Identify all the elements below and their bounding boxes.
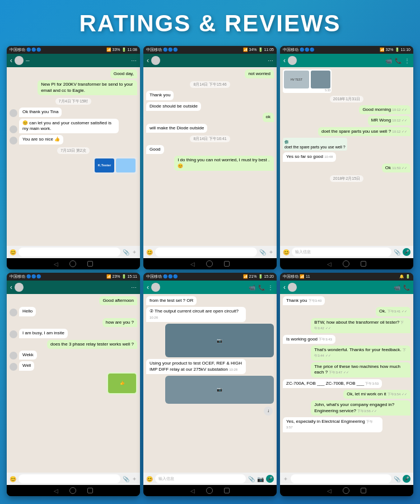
- camera-icon5[interactable]: 📷: [257, 476, 264, 482]
- back-nav2[interactable]: ◁: [190, 261, 195, 267]
- home-nav4[interactable]: [69, 487, 76, 494]
- emoji-icon5[interactable]: 😊: [146, 476, 153, 482]
- phone2-header: ‹ ⋯: [143, 54, 277, 67]
- plus-icon6[interactable]: ＋: [283, 475, 288, 483]
- home-nav3[interactable]: [343, 260, 349, 267]
- msg-wonderful: That's wonderful. Thanks for your feedba…: [311, 346, 410, 361]
- msg-nice: You are so nice 👍: [19, 135, 63, 144]
- phone1-status-bar: 中国移动 🔵🔵🔵 📶 33% 🔋 11:08: [7, 46, 140, 54]
- back-icon4[interactable]: ‹: [10, 283, 12, 291]
- home-nav6[interactable]: [343, 487, 349, 494]
- phone2-chat: not worried 8月14日 下午15:46 Thank you Diod…: [143, 67, 277, 246]
- phone2-input[interactable]: [155, 248, 257, 256]
- phone2-nav: ◁: [143, 258, 277, 269]
- attach-icon[interactable]: 📎: [123, 249, 129, 255]
- msg-ok-tina: Ok thank you Tina: [19, 108, 62, 116]
- more-icon4[interactable]: ⋯: [131, 284, 137, 291]
- recent-nav3[interactable]: [361, 261, 366, 267]
- emoji-icon3[interactable]: 😊: [283, 249, 290, 255]
- phone6-input[interactable]: [291, 474, 391, 483]
- phone4-chat: Good afternoon Hello how are you ? I am …: [7, 294, 140, 473]
- avatar-p4-3: [10, 352, 17, 360]
- msg-row-well: Well: [10, 361, 137, 370]
- home-nav5[interactable]: [206, 487, 213, 494]
- more-icon3[interactable]: ⋮: [404, 58, 410, 64]
- emoji-icon2[interactable]: 😊: [146, 249, 153, 255]
- attach-icon3[interactable]: 📎: [394, 249, 400, 255]
- phone5-nav: ◁: [143, 485, 277, 496]
- msg-using-product: Using your product to test OCEF, REF & H…: [146, 359, 246, 374]
- phone5-contact: ‹: [147, 283, 160, 292]
- back-nav3[interactable]: ◁: [327, 261, 332, 267]
- phone3-input-bar: 😊 输入信息 📎 🎤: [280, 246, 413, 258]
- back-icon6[interactable]: ‹: [283, 283, 286, 291]
- video-icon5[interactable]: 📹: [249, 284, 255, 291]
- phone3-header-icons: 📹 📞 ⋮: [385, 58, 410, 64]
- msg-good-afternoon: Good afternoon: [99, 296, 137, 305]
- attach-icon2[interactable]: 📎: [259, 249, 266, 255]
- phone-icon[interactable]: 📞: [395, 58, 402, 64]
- phone-2: 中国移动 🔵🔵🔵 📶 34% 🔋 11:05 ‹ ⋯ not worried 8…: [143, 46, 277, 269]
- msg-make-diode: will make the Diode outside: [146, 124, 207, 133]
- phone5-input[interactable]: 输入信息: [155, 474, 246, 483]
- phone1-contact: ‹ ···: [10, 56, 30, 65]
- mic-icon6[interactable]: 🎤: [403, 475, 410, 483]
- home-nav2[interactable]: [206, 260, 213, 267]
- more-icon5[interactable]: ⋮: [268, 284, 273, 291]
- back-icon[interactable]: ‹: [10, 57, 12, 64]
- back-icon5[interactable]: ‹: [147, 283, 149, 291]
- recent-nav4[interactable]: [87, 488, 93, 493]
- more-icon[interactable]: ⋯: [131, 58, 137, 64]
- attach-icon5[interactable]: 📎: [248, 476, 255, 482]
- back-nav4[interactable]: ◁: [54, 488, 58, 494]
- home-nav[interactable]: [69, 260, 76, 267]
- phone-icon6[interactable]: 📞: [403, 284, 410, 291]
- msg-thank-you: Thank you: [146, 91, 174, 100]
- phone4-input[interactable]: [18, 474, 120, 483]
- phones-grid: 中国移动 🔵🔵🔵 📶 33% 🔋 11:08 ‹ ··· ⋯ Good day,…: [0, 43, 420, 502]
- emoji-icon4[interactable]: 😊: [10, 476, 16, 482]
- msg-well: Well: [19, 361, 34, 370]
- scroll-down-btn[interactable]: ↓: [146, 405, 274, 417]
- phone-icon5[interactable]: 📞: [258, 284, 265, 291]
- phone5-input-bar: 😊 输入信息 📎 📷 🎤: [143, 473, 277, 485]
- plus-icon[interactable]: ＋: [132, 248, 137, 256]
- quoted-msg: 你 doet the spare parts you use well ?: [283, 138, 347, 151]
- attach-icon6[interactable]: 📎: [394, 476, 400, 482]
- phone6-nav: ◁: [280, 485, 413, 496]
- recent-nav5[interactable]: [224, 488, 230, 493]
- phone1-header-icons: ⋯: [131, 58, 137, 64]
- more-icon2[interactable]: ⋯: [268, 58, 273, 64]
- video-icon6[interactable]: 📹: [394, 284, 400, 291]
- msg-row-wekk: Wekk: [10, 351, 137, 360]
- title-section: RATINGS & REVIEWS: [0, 0, 420, 43]
- back-icon2[interactable]: ‹: [147, 57, 149, 64]
- product-device: [116, 158, 136, 172]
- attach-icon4[interactable]: 📎: [123, 476, 129, 482]
- back-icon3[interactable]: ‹: [283, 57, 286, 64]
- phone1-avatar: [15, 56, 24, 65]
- back-nav6[interactable]: ◁: [327, 488, 332, 494]
- video-icon[interactable]: 📹: [385, 58, 392, 64]
- msg-good-morning: Good morning 10:12 ✓✓: [359, 105, 410, 114]
- phone3-input[interactable]: 输入信息: [292, 248, 391, 256]
- mic-icon[interactable]: 🎤: [403, 248, 410, 256]
- msg-row-busy: I am busy, I am insite: [10, 329, 137, 338]
- msg-working-good: Is working good 下午3:43: [283, 335, 335, 344]
- back-nav5[interactable]: ◁: [190, 488, 195, 494]
- msg-company: John, what's your company engaged in? En…: [311, 400, 410, 416]
- phone2-header-icons: ⋯: [268, 58, 273, 64]
- msg-row-satisfied: 😊 can let you and your customer satisfie…: [10, 119, 137, 134]
- msg-wekk: Wekk: [19, 351, 37, 360]
- recent-nav6[interactable]: [361, 488, 366, 493]
- back-nav[interactable]: ◁: [54, 261, 58, 267]
- mic-icon5[interactable]: 🎤: [266, 475, 274, 483]
- recent-nav[interactable]: [87, 261, 93, 267]
- emoji-icon[interactable]: 😊: [10, 249, 16, 255]
- plus-icon4[interactable]: ＋: [132, 475, 137, 483]
- msg-row-hello: Hello: [10, 307, 137, 316]
- plus-icon2[interactable]: ＋: [268, 248, 274, 256]
- recent-nav2[interactable]: [224, 261, 230, 267]
- phone1-input[interactable]: [18, 248, 120, 256]
- msg-ok-p3: Ok 11:53 ✓✓: [382, 164, 410, 172]
